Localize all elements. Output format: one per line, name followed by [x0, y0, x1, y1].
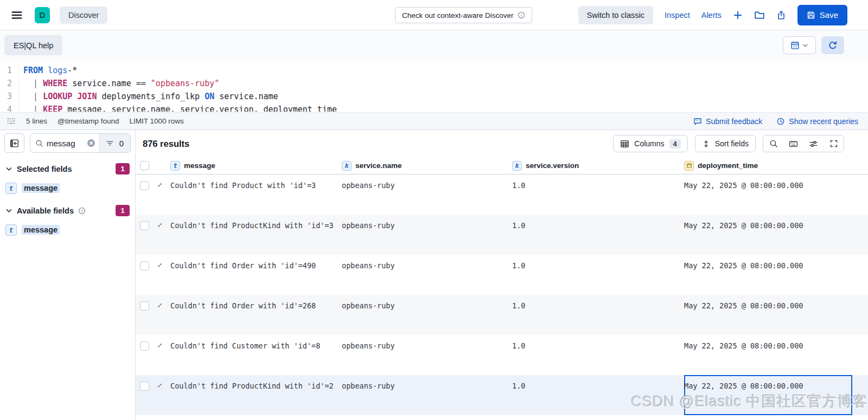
context-aware-callout-button[interactable]: Check out context-aware Discover i — [395, 7, 532, 23]
cell-service-version[interactable]: 1.0 — [512, 335, 684, 350]
code-segment: ON — [205, 92, 214, 101]
svg-text:?: ? — [81, 208, 83, 213]
field-filter-button[interactable]: 0 — [99, 134, 130, 152]
cell-message[interactable]: Couldn't find Order with 'id'=490 — [170, 255, 342, 270]
filter-icon — [106, 139, 114, 147]
cell-service-version[interactable]: 1.0 — [512, 215, 684, 230]
code-segment: logs — [48, 66, 67, 75]
share-button[interactable] — [776, 10, 786, 20]
cell-message[interactable]: Couldn't find Customer with 'id'=8 — [170, 335, 342, 350]
shortcuts-icon[interactable] — [7, 117, 16, 126]
column-header-service.version[interactable]: kservice.version — [512, 161, 684, 171]
table-row: Couldn't find Order with 'id'=490opbeans… — [136, 255, 868, 295]
cell-message[interactable]: Couldn't find Product with 'id'=3 — [170, 175, 342, 190]
cell-service-version[interactable]: 1.0 — [512, 175, 684, 190]
folder-icon — [754, 10, 765, 21]
discover-app-logo[interactable]: D — [35, 7, 50, 23]
breadcrumb[interactable]: Discover — [60, 7, 107, 24]
show-recent-queries-link[interactable]: Show recent queries — [776, 117, 858, 126]
save-icon — [807, 11, 815, 20]
chevron-down-icon — [802, 42, 808, 48]
row-checkbox[interactable] — [140, 181, 149, 190]
field-section-header-available[interactable]: Available fields?1 — [4, 205, 131, 216]
cell-deployment-time[interactable]: May 22, 2025 @ 08:00:00.000 — [684, 175, 852, 215]
clear-search-icon[interactable] — [87, 139, 95, 147]
cell-service-name[interactable]: opbeans-ruby — [342, 295, 512, 310]
row-checkbox[interactable] — [140, 341, 149, 351]
inspect-link[interactable]: Inspect — [665, 11, 690, 20]
hamburger-menu-icon[interactable] — [9, 7, 25, 23]
new-session-button[interactable] — [733, 10, 743, 20]
table-row: Couldn't find ProductKind with 'id'=2opb… — [136, 375, 868, 415]
field-list-item[interactable]: tmessage — [4, 223, 131, 236]
field-list-item[interactable]: tmessage — [4, 182, 131, 195]
cell-service-name[interactable]: opbeans-ruby — [342, 375, 512, 390]
cell-service-name[interactable]: opbeans-ruby — [342, 255, 512, 270]
row-checkbox[interactable] — [140, 221, 149, 230]
submit-feedback-link[interactable]: Submit feedback — [693, 117, 762, 126]
row-checkbox[interactable] — [140, 261, 149, 270]
esql-editor[interactable]: 1FROM logs-*2 | WHERE service.name == "o… — [0, 61, 868, 112]
cell-service-name[interactable]: opbeans-ruby — [342, 215, 512, 230]
open-session-button[interactable] — [754, 10, 765, 21]
date-picker-button[interactable] — [783, 36, 816, 54]
save-button[interactable]: Save — [797, 5, 847, 25]
cell-service-name[interactable]: opbeans-ruby — [342, 175, 512, 190]
row-expand-cell — [156, 295, 170, 309]
table-row: Couldn't find Product with 'id'=3opbeans… — [136, 175, 868, 215]
alerts-link[interactable]: Alerts — [701, 11, 722, 20]
collapse-sidebar-button[interactable] — [4, 133, 24, 153]
column-header-deployment_time[interactable]: deployment_time — [684, 161, 852, 171]
expand-row-button[interactable] — [156, 302, 170, 309]
cell-deployment-time[interactable]: May 22, 2025 @ 08:00:00.000 — [684, 215, 852, 255]
field-count-badge: 1 — [116, 205, 130, 216]
cell-deployment-time[interactable]: May 22, 2025 @ 08:00:00.000 — [684, 335, 852, 375]
field-type-token: t — [5, 183, 17, 194]
refresh-button[interactable] — [821, 36, 844, 54]
row-checkbox[interactable] — [140, 382, 149, 391]
cell-deployment-time[interactable]: May 22, 2025 @ 08:00:00.000 — [684, 255, 852, 295]
cell-deployment-time[interactable]: May 22, 2025 @ 08:00:00.000 — [684, 375, 852, 415]
keyboard-shortcuts-button[interactable] — [783, 135, 803, 152]
expand-row-button[interactable] — [156, 182, 170, 189]
timestamp-status: @timestamp found — [58, 117, 119, 125]
field-search-input[interactable] — [47, 139, 87, 148]
cell-service-version[interactable]: 1.0 — [512, 255, 684, 270]
fullscreen-button[interactable] — [824, 135, 844, 152]
editor-line[interactable]: 1FROM logs-* — [0, 64, 868, 77]
cell-deployment-time[interactable]: May 22, 2025 @ 08:00:00.000 — [684, 295, 852, 335]
column-header-service.name[interactable]: kservice.name — [342, 161, 512, 171]
editor-line[interactable]: 4 | KEEP message, service.name, service.… — [0, 103, 868, 112]
field-search-box[interactable]: 0 — [30, 133, 131, 153]
column-header-label: deployment_time — [698, 161, 758, 170]
select-all-checkbox[interactable] — [140, 161, 149, 170]
expand-row-button[interactable] — [156, 262, 170, 269]
display-options-button[interactable] — [803, 135, 824, 152]
cell-service-version[interactable]: 1.0 — [512, 295, 684, 310]
field-type-token: t — [5, 224, 17, 236]
search-in-table-button[interactable] — [763, 135, 783, 152]
editor-line[interactable]: 2 | WHERE service.name == "opbeans-ruby" — [0, 77, 868, 90]
switch-to-classic-button[interactable]: Switch to classic — [578, 6, 653, 24]
columns-button[interactable]: Columns 4 — [613, 135, 687, 152]
field-section-header-selected[interactable]: Selected fields1 — [4, 163, 131, 175]
row-checkbox[interactable] — [140, 301, 149, 311]
cell-message[interactable]: Couldn't find ProductKind with 'id'=2 — [170, 375, 342, 390]
row-checkbox-cell — [140, 375, 156, 391]
row-checkbox-cell — [140, 215, 156, 230]
column-header-message[interactable]: tmessage — [170, 161, 342, 171]
cell-service-version[interactable]: 1.0 — [512, 375, 684, 390]
esql-help-button[interactable]: ES|QL help — [4, 35, 62, 55]
editor-line[interactable]: 3 | LOOKUP JOIN deployments_info_lkp ON … — [0, 90, 868, 103]
clock-history-icon — [776, 117, 785, 126]
code-segment: KEEP — [43, 105, 62, 112]
expand-row-button[interactable] — [156, 222, 170, 229]
sort-fields-button[interactable]: Sort fields — [695, 135, 756, 152]
code-segment: LOOKUP JOIN — [43, 92, 97, 101]
cell-message[interactable]: Couldn't find ProductKind with 'id'=3 — [170, 215, 342, 230]
code-segment: | — [23, 79, 43, 88]
cell-service-name[interactable]: opbeans-ruby — [342, 335, 512, 350]
cell-message[interactable]: Couldn't find Order with 'id'=268 — [170, 295, 342, 310]
expand-row-button[interactable] — [156, 342, 170, 349]
expand-row-button[interactable] — [156, 382, 170, 389]
